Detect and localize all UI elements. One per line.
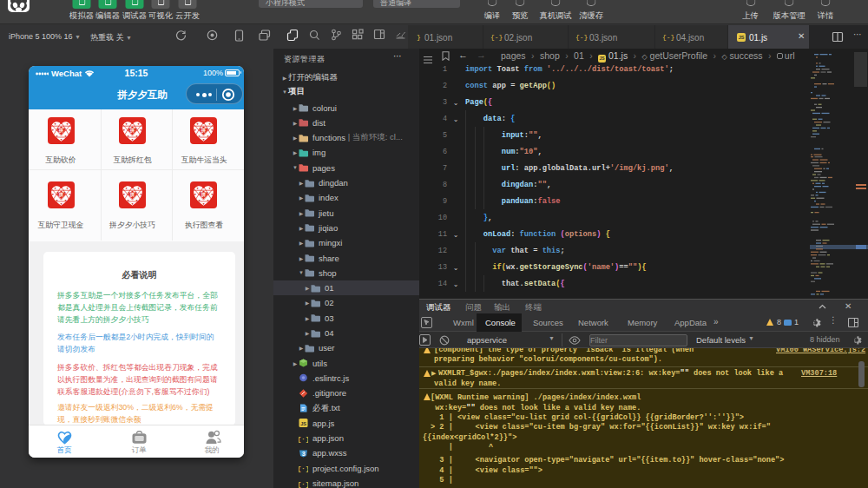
svg-text:{·}: {·} — [299, 480, 308, 488]
svg-text:3: 3 — [302, 451, 306, 457]
svg-text:{·}: {·} — [299, 435, 308, 443]
svg-text:{·}: {·} — [299, 465, 308, 472]
svg-text:JS: JS — [300, 421, 306, 426]
